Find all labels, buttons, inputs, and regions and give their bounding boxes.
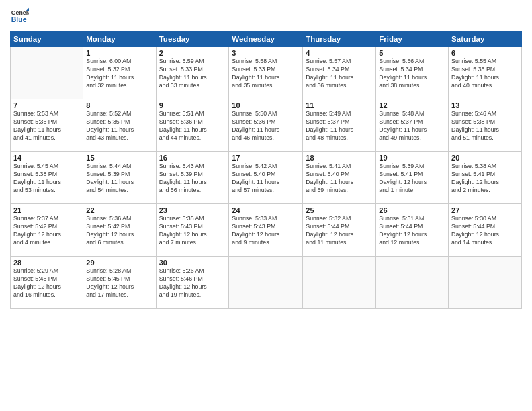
day-info: Sunrise: 5:48 AMSunset: 5:37 PMDaylight:… <box>379 110 445 142</box>
day-info: Sunrise: 5:56 AMSunset: 5:34 PMDaylight:… <box>379 58 445 90</box>
day-info: Sunrise: 5:38 AMSunset: 5:41 PMDaylight:… <box>451 163 519 195</box>
header: General Blue <box>10 7 522 26</box>
day-number: 3 <box>232 49 300 57</box>
calendar-cell: 9Sunrise: 5:51 AMSunset: 5:36 PMDaylight… <box>156 99 229 152</box>
day-info: Sunrise: 5:58 AMSunset: 5:33 PMDaylight:… <box>232 58 300 90</box>
calendar-page: General Blue SundayMondayTuesdayWednesda… <box>0 0 532 411</box>
day-info: Sunrise: 5:36 AMSunset: 5:42 PMDaylight:… <box>86 215 152 247</box>
calendar-cell <box>376 257 449 309</box>
calendar-cell: 7Sunrise: 5:53 AMSunset: 5:35 PMDaylight… <box>11 99 83 152</box>
day-info: Sunrise: 5:55 AMSunset: 5:35 PMDaylight:… <box>451 58 519 90</box>
day-number: 9 <box>159 101 226 109</box>
calendar-cell: 1Sunrise: 6:00 AMSunset: 5:32 PMDaylight… <box>83 47 156 99</box>
calendar-cell: 12Sunrise: 5:48 AMSunset: 5:37 PMDayligh… <box>376 99 449 152</box>
calendar-cell: 20Sunrise: 5:38 AMSunset: 5:41 PMDayligh… <box>449 152 522 204</box>
calendar-cell: 25Sunrise: 5:32 AMSunset: 5:44 PMDayligh… <box>303 204 376 257</box>
day-info: Sunrise: 5:30 AMSunset: 5:44 PMDaylight:… <box>451 215 519 247</box>
day-info: Sunrise: 5:59 AMSunset: 5:33 PMDaylight:… <box>159 58 226 90</box>
calendar-cell: 30Sunrise: 5:26 AMSunset: 5:46 PMDayligh… <box>156 257 229 309</box>
calendar-cell: 8Sunrise: 5:52 AMSunset: 5:35 PMDaylight… <box>83 99 156 152</box>
calendar-cell: 29Sunrise: 5:28 AMSunset: 5:45 PMDayligh… <box>83 257 156 309</box>
day-info: Sunrise: 5:26 AMSunset: 5:46 PMDaylight:… <box>159 267 226 300</box>
day-number: 10 <box>232 101 300 109</box>
day-number: 17 <box>232 154 300 162</box>
svg-text:Blue: Blue <box>11 15 27 24</box>
day-info: Sunrise: 5:28 AMSunset: 5:45 PMDaylight:… <box>86 267 152 300</box>
day-number: 13 <box>451 101 519 109</box>
calendar-cell: 21Sunrise: 5:37 AMSunset: 5:42 PMDayligh… <box>11 204 83 257</box>
day-number: 22 <box>86 206 152 214</box>
day-info: Sunrise: 5:33 AMSunset: 5:43 PMDaylight:… <box>232 215 300 247</box>
calendar-cell <box>229 257 303 309</box>
calendar-cell: 18Sunrise: 5:41 AMSunset: 5:40 PMDayligh… <box>303 152 376 204</box>
calendar-week-2: 7Sunrise: 5:53 AMSunset: 5:35 PMDaylight… <box>11 99 522 152</box>
day-info: Sunrise: 5:44 AMSunset: 5:39 PMDaylight:… <box>86 163 152 195</box>
calendar-cell: 4Sunrise: 5:57 AMSunset: 5:34 PMDaylight… <box>303 47 376 99</box>
day-info: Sunrise: 5:49 AMSunset: 5:37 PMDaylight:… <box>306 110 373 142</box>
day-number: 8 <box>86 101 152 109</box>
day-number: 7 <box>13 101 80 109</box>
day-info: Sunrise: 5:37 AMSunset: 5:42 PMDaylight:… <box>13 215 80 247</box>
col-header-saturday: Saturday <box>449 32 522 47</box>
calendar-cell: 11Sunrise: 5:49 AMSunset: 5:37 PMDayligh… <box>303 99 376 152</box>
day-info: Sunrise: 5:52 AMSunset: 5:35 PMDaylight:… <box>86 110 152 142</box>
day-number: 23 <box>159 206 226 214</box>
calendar-cell: 16Sunrise: 5:43 AMSunset: 5:39 PMDayligh… <box>156 152 229 204</box>
calendar-week-1: 1Sunrise: 6:00 AMSunset: 5:32 PMDaylight… <box>11 47 522 99</box>
day-number: 27 <box>451 206 519 214</box>
day-info: Sunrise: 5:41 AMSunset: 5:40 PMDaylight:… <box>306 163 373 195</box>
calendar-cell: 2Sunrise: 5:59 AMSunset: 5:33 PMDaylight… <box>156 47 229 99</box>
col-header-wednesday: Wednesday <box>229 32 303 47</box>
calendar-week-5: 28Sunrise: 5:29 AMSunset: 5:45 PMDayligh… <box>11 257 522 309</box>
day-info: Sunrise: 5:53 AMSunset: 5:35 PMDaylight:… <box>13 110 80 142</box>
day-number: 28 <box>13 259 80 267</box>
calendar-cell <box>11 47 83 99</box>
calendar-cell: 10Sunrise: 5:50 AMSunset: 5:36 PMDayligh… <box>229 99 303 152</box>
col-header-sunday: Sunday <box>11 32 83 47</box>
calendar-header-row: SundayMondayTuesdayWednesdayThursdayFrid… <box>11 32 522 47</box>
day-number: 24 <box>232 206 300 214</box>
day-info: Sunrise: 5:39 AMSunset: 5:41 PMDaylight:… <box>379 163 445 195</box>
day-number: 16 <box>159 154 226 162</box>
day-number: 29 <box>86 259 152 267</box>
day-info: Sunrise: 5:29 AMSunset: 5:45 PMDaylight:… <box>13 267 80 300</box>
day-info: Sunrise: 5:51 AMSunset: 5:36 PMDaylight:… <box>159 110 226 142</box>
calendar-cell <box>303 257 376 309</box>
day-info: Sunrise: 5:46 AMSunset: 5:38 PMDaylight:… <box>451 110 519 142</box>
col-header-monday: Monday <box>83 32 156 47</box>
day-number: 6 <box>451 49 519 57</box>
day-info: Sunrise: 6:00 AMSunset: 5:32 PMDaylight:… <box>86 58 152 90</box>
day-number: 15 <box>86 154 152 162</box>
logo-icon: General Blue <box>10 7 29 26</box>
day-number: 30 <box>159 259 226 267</box>
calendar-week-3: 14Sunrise: 5:45 AMSunset: 5:38 PMDayligh… <box>11 152 522 204</box>
calendar-cell: 5Sunrise: 5:56 AMSunset: 5:34 PMDaylight… <box>376 47 449 99</box>
col-header-tuesday: Tuesday <box>156 32 229 47</box>
day-info: Sunrise: 5:45 AMSunset: 5:38 PMDaylight:… <box>13 163 80 195</box>
day-number: 1 <box>86 49 152 57</box>
day-info: Sunrise: 5:42 AMSunset: 5:40 PMDaylight:… <box>232 163 300 195</box>
calendar-cell: 13Sunrise: 5:46 AMSunset: 5:38 PMDayligh… <box>449 99 522 152</box>
day-number: 12 <box>379 101 445 109</box>
calendar-cell: 28Sunrise: 5:29 AMSunset: 5:45 PMDayligh… <box>11 257 83 309</box>
calendar-cell: 17Sunrise: 5:42 AMSunset: 5:40 PMDayligh… <box>229 152 303 204</box>
calendar-cell: 19Sunrise: 5:39 AMSunset: 5:41 PMDayligh… <box>376 152 449 204</box>
day-number: 4 <box>306 49 373 57</box>
day-info: Sunrise: 5:35 AMSunset: 5:43 PMDaylight:… <box>159 215 226 247</box>
day-number: 5 <box>379 49 445 57</box>
calendar-cell: 3Sunrise: 5:58 AMSunset: 5:33 PMDaylight… <box>229 47 303 99</box>
calendar-cell: 26Sunrise: 5:31 AMSunset: 5:44 PMDayligh… <box>376 204 449 257</box>
day-info: Sunrise: 5:31 AMSunset: 5:44 PMDaylight:… <box>379 215 445 247</box>
day-info: Sunrise: 5:43 AMSunset: 5:39 PMDaylight:… <box>159 163 226 195</box>
col-header-thursday: Thursday <box>303 32 376 47</box>
calendar-cell: 6Sunrise: 5:55 AMSunset: 5:35 PMDaylight… <box>449 47 522 99</box>
day-info: Sunrise: 5:57 AMSunset: 5:34 PMDaylight:… <box>306 58 373 90</box>
day-number: 2 <box>159 49 226 57</box>
day-number: 20 <box>451 154 519 162</box>
calendar-cell: 24Sunrise: 5:33 AMSunset: 5:43 PMDayligh… <box>229 204 303 257</box>
day-number: 21 <box>13 206 80 214</box>
logo: General Blue <box>10 7 29 26</box>
calendar-cell <box>449 257 522 309</box>
day-number: 19 <box>379 154 445 162</box>
calendar-cell: 14Sunrise: 5:45 AMSunset: 5:38 PMDayligh… <box>11 152 83 204</box>
